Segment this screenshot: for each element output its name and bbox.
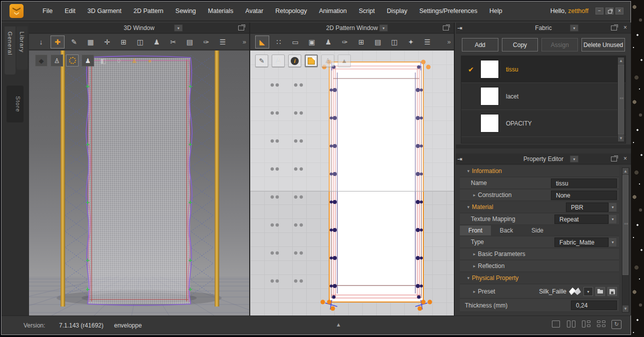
sidebar-tab-library[interactable]: Library <box>17 26 28 70</box>
sewing-tool-3d[interactable]: ✂ <box>166 36 180 48</box>
2d-toolbar-overflow[interactable]: » <box>447 38 451 46</box>
shirt-overlay-icon[interactable]: ♙ <box>272 54 285 67</box>
preset-dropdown-button[interactable]: ▾ <box>583 287 593 296</box>
pen-3d-tool[interactable]: ✑ <box>199 36 213 48</box>
show-garment-dark-icon[interactable]: ◆ <box>35 54 48 66</box>
layout-reset-button[interactable]: ↻ <box>611 320 621 329</box>
menu-file[interactable]: File <box>37 4 59 18</box>
property-scrollbar[interactable]: ▲ ≡≡ ▼ <box>622 168 629 312</box>
select-brush-tool[interactable]: ✎ <box>67 36 81 48</box>
layout-two-column-button[interactable] <box>566 320 576 329</box>
sewing-tool-2d[interactable]: ✑ <box>338 36 352 48</box>
close-button[interactable]: × <box>615 8 623 14</box>
spec-tool[interactable]: ✦ <box>404 36 418 48</box>
add-fabric-button[interactable]: Add <box>462 38 498 52</box>
menu-retopology[interactable]: Retopology <box>269 4 313 18</box>
transform-pattern-tool[interactable]: ◣ <box>255 36 269 48</box>
2d-window-dropdown[interactable]: ▾ <box>379 24 388 32</box>
info-overlay-icon[interactable]: i <box>288 54 301 67</box>
net-cloth[interactable] <box>86 56 192 306</box>
pleats-tool-3d[interactable]: ☰ <box>216 36 230 48</box>
select-mesh-tool[interactable]: ▦ <box>84 36 98 48</box>
scroll-up-icon[interactable]: ▲ <box>618 58 624 64</box>
menu-display[interactable]: Display <box>381 4 413 18</box>
show-mesh-icon[interactable] <box>66 54 79 66</box>
fabric-item-opacity[interactable]: OPACITY <box>461 110 625 137</box>
lock-shirt-overlay-icon[interactable]: ♙ <box>321 54 334 67</box>
show-plane-icon[interactable]: ◊ <box>113 54 125 66</box>
sidebar-tab-general[interactable]: General <box>5 26 16 74</box>
layout-grid-button[interactable] <box>596 320 606 329</box>
show-fabric-icon[interactable]: ◧ <box>97 54 110 66</box>
scroll-down-icon[interactable]: ▼ <box>622 306 628 312</box>
grading-tool[interactable]: ⊞ <box>354 36 368 48</box>
statusbar-expand-icon[interactable]: ▲ <box>336 322 341 328</box>
type-dropdown[interactable]: Fabric_Matte ▾ <box>554 238 617 247</box>
assign-fabric-button[interactable]: Assign <box>541 38 578 52</box>
menu-sewing[interactable]: Sewing <box>170 4 202 18</box>
row-basic-parameters[interactable]: ▸ Basic Parameters <box>460 248 619 260</box>
menu-avatar[interactable]: Avatar <box>239 4 269 18</box>
thickness-input[interactable]: 0,24 <box>571 300 617 310</box>
name-input[interactable]: tissu <box>551 178 617 188</box>
tab-back[interactable]: Back <box>491 226 522 236</box>
scroll-up-icon[interactable]: ▲ <box>622 168 628 174</box>
menu-animation[interactable]: Animation <box>313 4 353 18</box>
chevron-down-icon[interactable]: ▾ <box>608 238 617 247</box>
3d-viewport[interactable]: ◆ ♙ ♟ ◧ ◊ ♟ ● <box>29 50 249 316</box>
texture-edit-tool[interactable]: ◫ <box>387 36 401 48</box>
username-text[interactable]: zetthoff <box>568 8 588 14</box>
tab-front[interactable]: Front <box>460 226 491 236</box>
show-globe-icon[interactable]: ● <box>144 54 156 66</box>
scroll-thumb[interactable]: ≡≡ <box>622 175 628 275</box>
section-information[interactable]: ▾ Information <box>460 166 619 177</box>
restore-button[interactable] <box>605 8 613 14</box>
3d-window-float-icon[interactable] <box>238 26 244 30</box>
app-logo-icon[interactable] <box>10 4 24 18</box>
fabric-item-tissu[interactable]: ✔ tissu <box>461 56 625 83</box>
menu-help[interactable]: Help <box>483 4 508 18</box>
2d-window-float-icon[interactable] <box>443 26 449 30</box>
fabric-swatch[interactable] <box>480 114 499 132</box>
create-rectangle-tool[interactable]: ▣ <box>305 36 319 48</box>
fold-arrangement-tool[interactable]: ⊞ <box>117 36 131 48</box>
sidebar-tab-store[interactable]: Store <box>7 86 24 122</box>
simulate-tool[interactable]: ↓ <box>34 36 48 48</box>
fabric-item-lacet[interactable]: lacet <box>461 83 625 110</box>
grid-texture-tool[interactable]: ▤ <box>183 36 197 48</box>
3d-window-dropdown[interactable]: ▾ <box>174 24 183 32</box>
material-type-dropdown[interactable]: PBR ▾ <box>566 202 617 212</box>
menu-2d-pattern[interactable]: 2D Pattern <box>128 4 170 18</box>
show-avatar-icon[interactable]: ♟ <box>82 54 94 66</box>
minimize-button[interactable]: − <box>595 8 603 14</box>
weight-overlay-icon[interactable]: ▲ <box>338 54 351 67</box>
2d-viewport[interactable]: ✎ ♙ i ♙ ▲ <box>250 50 454 316</box>
copy-fabric-button[interactable]: Copy <box>502 38 538 52</box>
menu-materials[interactable]: Materials <box>202 4 240 18</box>
fabric-close-icon[interactable]: × <box>623 24 627 31</box>
fabric-dropdown[interactable]: ▾ <box>570 24 578 32</box>
fabric-swatch[interactable] <box>480 87 499 106</box>
fabric-swatch[interactable] <box>480 60 499 78</box>
show-head-icon[interactable]: ♟ <box>128 54 141 66</box>
avatar-pattern-tool[interactable]: ♟ <box>321 36 335 48</box>
flip-garment-tool[interactable]: ◫ <box>133 36 147 48</box>
tab-side[interactable]: Side <box>522 226 553 236</box>
pattern-overlay-icon[interactable] <box>305 54 318 67</box>
scroll-down-icon[interactable]: ▼ <box>618 135 624 142</box>
section-material[interactable]: ▾ Material PBR ▾ <box>460 202 619 213</box>
edit-pattern-tool[interactable]: ∷ <box>272 36 286 48</box>
row-reflection[interactable]: ▸ Reflection <box>460 260 619 272</box>
menu-settings[interactable]: Settings/Preferences <box>413 4 483 18</box>
layout-one-two-button[interactable] <box>581 320 591 329</box>
property-editor-dropdown[interactable]: ▾ <box>570 156 578 162</box>
pen-overlay-icon[interactable]: ✎ <box>255 54 268 67</box>
property-editor-float-icon[interactable] <box>611 156 617 162</box>
construction-input[interactable]: None <box>551 190 617 200</box>
3d-toolbar-overflow[interactable]: » <box>243 38 246 46</box>
fabric-float-icon[interactable] <box>611 26 617 30</box>
section-physical-property[interactable]: ▾ Physical Property <box>460 272 619 284</box>
pleats-tool-2d[interactable]: ☰ <box>420 36 434 48</box>
create-polygon-tool[interactable]: ▭ <box>288 36 302 48</box>
save-preset-icon[interactable] <box>607 287 617 296</box>
